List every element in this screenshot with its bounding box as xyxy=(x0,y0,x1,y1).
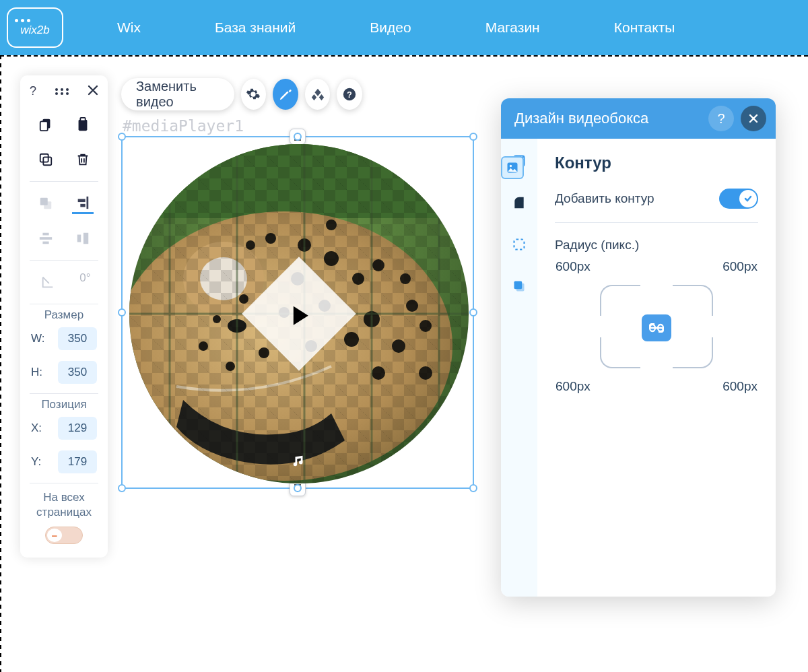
toolbox-close-button[interactable] xyxy=(88,83,98,99)
svg-point-0 xyxy=(55,88,58,91)
svg-rect-18 xyxy=(42,233,48,236)
svg-point-61 xyxy=(510,165,512,167)
add-outline-label: Добавить контур xyxy=(555,191,654,206)
align-right-icon[interactable] xyxy=(72,193,94,214)
svg-rect-17 xyxy=(39,237,51,240)
tab-border-icon[interactable] xyxy=(508,233,531,256)
width-label: W: xyxy=(31,332,44,345)
delete-icon[interactable] xyxy=(72,149,94,170)
tab-shadow-icon[interactable] xyxy=(508,275,531,298)
duplicate-icon[interactable] xyxy=(35,149,57,170)
toolbox-help-button[interactable]: ? xyxy=(30,84,36,98)
width-input[interactable] xyxy=(58,327,97,350)
size-section-title: Размер xyxy=(20,308,108,322)
top-nav: wix2b Wix База знаний Видео Магазин Конт… xyxy=(0,0,808,55)
radius-br-value[interactable]: 600px xyxy=(722,379,758,394)
y-label: Y: xyxy=(31,455,41,469)
panel-header: Дизайн видеобокса ? xyxy=(501,98,776,139)
svg-rect-11 xyxy=(43,157,51,165)
x-input[interactable] xyxy=(58,417,97,440)
tab-corners-icon[interactable] xyxy=(508,191,531,214)
svg-point-4 xyxy=(61,92,63,95)
nav-contacts[interactable]: Контакты xyxy=(614,20,675,36)
svg-rect-20 xyxy=(77,235,81,242)
svg-point-2 xyxy=(66,88,69,91)
all-pages-label: На всех страницах xyxy=(20,488,108,527)
settings-button[interactable] xyxy=(241,79,267,110)
svg-point-1 xyxy=(61,88,63,91)
height-input[interactable] xyxy=(58,361,97,384)
resize-handle-br[interactable] xyxy=(469,484,477,492)
svg-rect-10 xyxy=(40,154,48,162)
tab-media-icon[interactable] xyxy=(501,156,524,179)
resize-handle-t[interactable] xyxy=(294,133,302,141)
nav-kb[interactable]: База знаний xyxy=(215,20,296,36)
svg-rect-15 xyxy=(77,199,85,202)
radius-tr-value[interactable]: 600px xyxy=(722,259,758,274)
x-label: X: xyxy=(31,422,42,435)
nav-links: Wix База знаний Видео Магазин Контакты xyxy=(117,20,675,36)
radius-bl-value[interactable]: 600px xyxy=(556,379,591,394)
video-circle xyxy=(129,144,469,483)
design-button[interactable] xyxy=(273,79,298,110)
nav-wix[interactable]: Wix xyxy=(117,20,141,36)
panel-help-button[interactable]: ? xyxy=(708,106,734,131)
resize-handle-tl[interactable] xyxy=(118,133,126,141)
panel-tabs xyxy=(501,139,537,597)
resize-handle-b[interactable] xyxy=(294,484,302,492)
play-icon xyxy=(294,306,308,325)
rotation-value: 0° xyxy=(79,271,90,293)
radius-tl-value[interactable]: 600px xyxy=(556,259,591,274)
rotate-icon[interactable] xyxy=(37,271,59,293)
distribute-icon[interactable] xyxy=(35,228,57,249)
svg-rect-65 xyxy=(516,283,525,292)
link-corners-button[interactable] xyxy=(642,314,671,341)
svg-rect-63 xyxy=(514,240,525,250)
drag-grip-icon[interactable] xyxy=(55,88,69,96)
resize-handle-tr[interactable] xyxy=(469,133,477,141)
toolbox-panel: ? 0° Размер W: H: Позиция X: xyxy=(20,75,108,558)
help-button[interactable]: ? xyxy=(337,79,362,110)
replace-video-button[interactable]: Заменить видео xyxy=(121,78,234,110)
copy-icon[interactable] xyxy=(35,114,57,135)
svg-rect-19 xyxy=(42,242,48,244)
element-action-bar: Заменить видео ? xyxy=(121,78,362,110)
all-pages-toggle[interactable]: − xyxy=(45,527,83,544)
resize-handle-l[interactable] xyxy=(118,308,126,316)
corner-bracket-tr xyxy=(673,285,713,316)
radius-title: Радиус (пикс.) xyxy=(555,238,758,253)
nav-shop[interactable]: Магазин xyxy=(485,20,540,36)
corner-bracket-tl xyxy=(600,285,640,316)
svg-text:?: ? xyxy=(347,90,352,100)
panel-close-button[interactable] xyxy=(741,106,766,131)
add-outline-toggle[interactable] xyxy=(719,189,758,209)
nav-video[interactable]: Видео xyxy=(370,20,411,36)
height-label: H: xyxy=(31,366,42,379)
resize-handle-bl[interactable] xyxy=(118,484,126,492)
svg-rect-9 xyxy=(80,118,85,121)
selection-frame[interactable] xyxy=(121,136,474,489)
svg-point-5 xyxy=(66,92,69,95)
paste-icon[interactable] xyxy=(72,114,94,135)
element-id-label: #mediaPlayer1 xyxy=(123,117,244,135)
svg-point-3 xyxy=(55,92,58,95)
svg-rect-16 xyxy=(80,203,85,207)
minus-icon: − xyxy=(52,530,58,541)
match-size-icon[interactable] xyxy=(72,228,94,249)
arrange-icon[interactable] xyxy=(35,193,57,214)
svg-rect-21 xyxy=(83,233,88,244)
section-outline-title: Контур xyxy=(555,154,758,172)
panel-title: Дизайн видеобокса xyxy=(514,110,702,127)
resize-handle-r[interactable] xyxy=(469,308,477,316)
corner-bracket-bl xyxy=(600,337,640,368)
svg-rect-14 xyxy=(86,196,88,208)
canvas-dashed-left xyxy=(0,55,1,672)
music-icon xyxy=(292,454,306,471)
design-panel: Дизайн видеобокса ? Контур Добавить конт… xyxy=(501,98,776,597)
y-input[interactable] xyxy=(58,450,97,473)
logo-text: wix2b xyxy=(20,24,49,37)
logo[interactable]: wix2b xyxy=(7,7,63,48)
svg-rect-7 xyxy=(40,121,47,131)
panel-content: Контур Добавить контур Радиус (пикс.) 60… xyxy=(537,139,776,597)
animation-button[interactable] xyxy=(305,79,331,110)
